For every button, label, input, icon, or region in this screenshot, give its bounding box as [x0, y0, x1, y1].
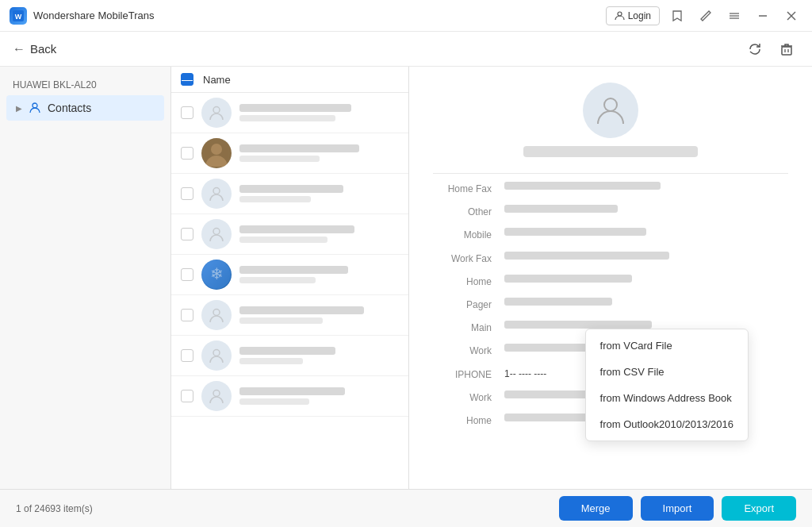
avatar: ❄ [201, 260, 232, 290]
detail-contact-name-blur [523, 146, 698, 157]
sidebar-item-contacts[interactable]: ▶ Contacts [6, 95, 164, 121]
back-button[interactable]: ← Back [13, 42, 56, 56]
dropdown-item-csv[interactable]: from CSV File [586, 359, 748, 385]
merge-button[interactable]: Merge [559, 496, 633, 521]
contact-checkbox[interactable] [181, 147, 193, 160]
contact-checkbox[interactable] [181, 349, 193, 362]
contact-checkbox[interactable] [181, 187, 193, 200]
detail-row-workfax: Work Fax [433, 252, 788, 267]
contact-sub-blur [239, 196, 311, 202]
expand-arrow-icon: ▶ [16, 104, 22, 113]
import-button[interactable]: Import [641, 496, 714, 521]
name-column-header: Name [203, 74, 231, 86]
contact-name-blur [239, 266, 348, 274]
detail-row-mobile: Mobile [433, 228, 788, 243]
table-row[interactable] [171, 133, 408, 174]
table-row[interactable] [171, 295, 408, 336]
avatar [201, 219, 232, 249]
import-dropdown-menu: from VCard File from CSV File from Windo… [585, 329, 749, 441]
field-label-work: Work [433, 344, 504, 359]
field-value-workfax [504, 252, 788, 260]
contact-info [239, 347, 399, 364]
detail-row-homefax: Home Fax [433, 182, 788, 197]
field-value-main [504, 321, 788, 329]
avatar [201, 381, 232, 411]
contact-list-header: — Name [171, 67, 408, 93]
title-bar: W Wondershare MobileTrans Login [0, 0, 812, 32]
login-button[interactable]: Login [606, 6, 660, 25]
contact-name-blur [239, 306, 364, 314]
svg-point-17 [213, 229, 220, 235]
contact-checkbox[interactable] [181, 390, 193, 402]
contact-list[interactable]: — Name [171, 67, 409, 489]
svg-point-23 [604, 98, 617, 111]
contact-checkbox[interactable] [181, 106, 193, 119]
svg-point-13 [33, 103, 37, 108]
contact-name-blur [239, 144, 359, 152]
field-label-home: Home [433, 275, 504, 290]
contact-info [239, 185, 399, 202]
field-label-workfax: Work Fax [433, 252, 504, 267]
contact-sub-blur [239, 237, 327, 243]
divider [433, 173, 788, 174]
dropdown-item-address-book[interactable]: from Windows Address Book [586, 385, 748, 411]
svg-point-20 [213, 310, 220, 316]
back-label: Back [30, 42, 56, 56]
contact-info [239, 225, 399, 243]
title-controls: Login [606, 5, 802, 27]
detail-panel: Home Fax Other Mobile Work Fax Home [409, 67, 812, 489]
back-arrow-icon: ← [13, 42, 25, 56]
contact-info [239, 387, 399, 405]
detail-avatar-area [433, 83, 788, 160]
iphone-value: 1-- ---- ---- [504, 368, 546, 379]
field-label-main: Main [433, 321, 504, 336]
menu-button[interactable] [723, 5, 745, 27]
field-value-pager [504, 298, 788, 306]
item-count: 1 of 24693 item(s) [16, 503, 551, 514]
edit-button[interactable] [695, 5, 717, 27]
contact-name-blur [239, 104, 351, 112]
detail-row-pager: Pager [433, 298, 788, 313]
table-row[interactable] [171, 214, 408, 255]
contact-info [239, 306, 399, 324]
device-name: HUAWEI BKL-AL20 [0, 73, 170, 94]
field-label-work2: Work [433, 390, 504, 406]
contact-checkbox[interactable] [181, 268, 193, 281]
contact-sub-blur [239, 358, 303, 364]
minimize-button[interactable] [752, 5, 774, 27]
dropdown-item-outlook[interactable]: from Outlook2010/2013/2016 [586, 411, 748, 437]
table-row[interactable] [171, 336, 408, 376]
contact-info [239, 104, 399, 121]
contact-checkbox[interactable] [181, 309, 193, 321]
contact-sub-blur [239, 277, 316, 283]
avatar [201, 300, 232, 330]
contact-checkbox[interactable] [181, 228, 193, 240]
delete-button[interactable] [774, 37, 799, 62]
table-row[interactable] [171, 93, 408, 133]
svg-point-14 [213, 107, 220, 113]
svg-point-15 [211, 144, 222, 155]
detail-avatar [583, 83, 638, 138]
svg-text:W: W [15, 13, 22, 21]
select-all-checkbox[interactable]: — [181, 73, 193, 86]
bookmark-button[interactable] [666, 5, 688, 27]
field-label-homefax: Home Fax [433, 182, 504, 197]
contact-name-blur [239, 347, 335, 355]
field-label-pager: Pager [433, 298, 504, 313]
contact-info [239, 266, 399, 283]
contact-sub-blur [239, 115, 335, 121]
refresh-button[interactable] [742, 37, 768, 62]
export-button[interactable]: Export [722, 496, 796, 521]
main-layout: HUAWEI BKL-AL20 ▶ Contacts — Name [0, 67, 812, 489]
contact-sub-blur [239, 317, 323, 324]
table-row[interactable] [171, 376, 408, 417]
table-row[interactable] [171, 174, 408, 214]
detail-row-home: Home [433, 275, 788, 290]
close-button[interactable] [780, 5, 802, 27]
svg-rect-9 [782, 47, 791, 55]
table-row[interactable]: ❄ [171, 255, 408, 295]
user-icon [615, 10, 625, 21]
svg-point-2 [618, 12, 622, 16]
detail-row-other: Other [433, 205, 788, 220]
dropdown-item-vcard[interactable]: from VCard File [586, 333, 748, 359]
